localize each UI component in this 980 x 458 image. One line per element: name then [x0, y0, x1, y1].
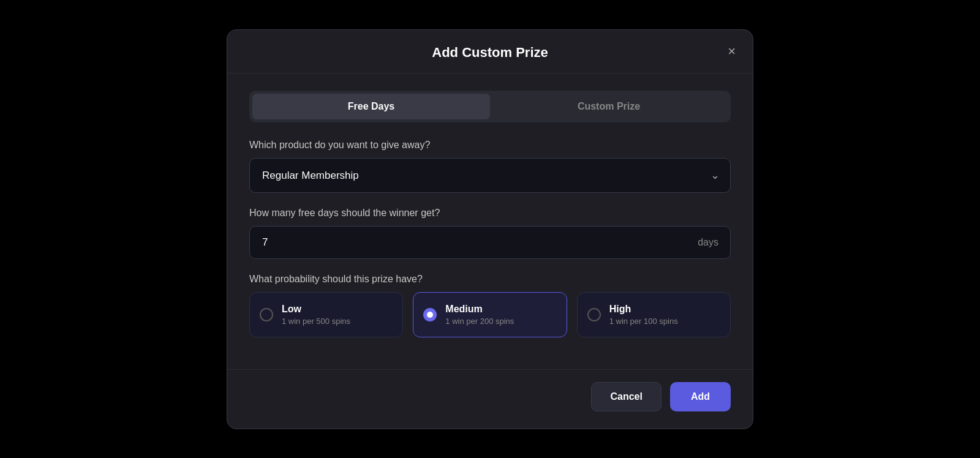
probability-group: What probability should this prize have?…: [249, 274, 731, 337]
radio-inner-medium: [427, 312, 433, 318]
radio-low: [260, 308, 273, 321]
modal-title: Add Custom Prize: [432, 45, 548, 61]
product-label: Which product do you want to give away?: [249, 140, 731, 151]
probability-option-high[interactable]: High 1 win per 100 spins: [577, 292, 731, 337]
tab-custom-prize[interactable]: Custom Prize: [490, 94, 728, 119]
close-icon: ×: [728, 43, 736, 59]
add-custom-prize-modal: Add Custom Prize × Free Days Custom Priz…: [227, 29, 753, 429]
prob-subtitle-medium: 1 win per 200 spins: [445, 317, 514, 326]
modal-body: Free Days Custom Prize Which product do …: [227, 73, 753, 369]
tab-bar: Free Days Custom Prize: [249, 91, 731, 122]
prob-title-low: Low: [282, 304, 350, 315]
add-button[interactable]: Add: [670, 382, 731, 411]
prob-subtitle-high: 1 win per 100 spins: [609, 317, 678, 326]
prob-text-medium: Medium 1 win per 200 spins: [445, 304, 514, 326]
product-select[interactable]: Regular Membership Premium Membership VI…: [249, 158, 731, 193]
probability-option-medium[interactable]: Medium 1 win per 200 spins: [413, 292, 567, 337]
days-label: How many free days should the winner get…: [249, 208, 731, 219]
modal-header: Add Custom Prize ×: [227, 30, 753, 73]
days-input-wrapper: days: [249, 226, 731, 259]
prob-text-high: High 1 win per 100 spins: [609, 304, 678, 326]
probability-options: Low 1 win per 500 spins Medium 1 win per…: [249, 292, 731, 337]
probability-option-low[interactable]: Low 1 win per 500 spins: [249, 292, 403, 337]
prob-text-low: Low 1 win per 500 spins: [282, 304, 350, 326]
radio-high: [587, 308, 601, 321]
cancel-button[interactable]: Cancel: [591, 382, 661, 411]
close-button[interactable]: ×: [725, 42, 738, 61]
product-group: Which product do you want to give away? …: [249, 140, 731, 193]
days-input[interactable]: [249, 226, 731, 259]
prob-subtitle-low: 1 win per 500 spins: [282, 317, 350, 326]
prob-title-medium: Medium: [445, 304, 514, 315]
probability-label: What probability should this prize have?: [249, 274, 731, 285]
modal-footer: Cancel Add: [227, 369, 753, 429]
days-group: How many free days should the winner get…: [249, 208, 731, 259]
modal-overlay: Add Custom Prize × Free Days Custom Priz…: [0, 0, 980, 458]
radio-medium: [423, 308, 437, 321]
prob-title-high: High: [609, 304, 678, 315]
tab-free-days[interactable]: Free Days: [252, 94, 490, 119]
product-select-wrapper: Regular Membership Premium Membership VI…: [249, 158, 731, 193]
